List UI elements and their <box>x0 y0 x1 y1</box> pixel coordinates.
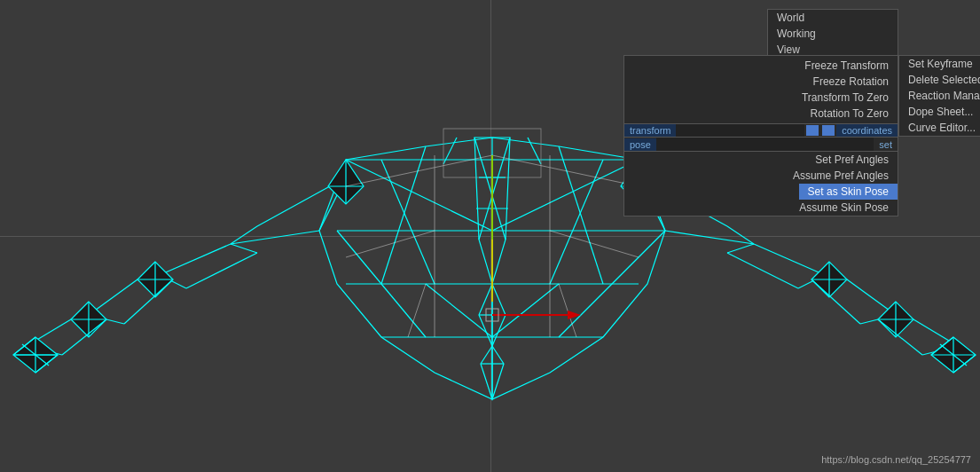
dope-sheet-btn[interactable]: Dope Sheet... <box>899 104 980 120</box>
watermark: https://blog.csdn.net/qq_25254777 <box>821 454 971 465</box>
svg-line-14 <box>426 284 492 337</box>
rotation-to-zero-btn[interactable]: Rotation To Zero <box>802 106 898 122</box>
svg-line-13 <box>550 160 603 284</box>
svg-line-39 <box>231 244 257 253</box>
set-as-skin-pose-btn[interactable]: Set as Skin Pose <box>799 184 898 200</box>
reaction-manager-btn[interactable]: Reaction Manager... <box>899 88 980 104</box>
svg-line-7 <box>492 160 639 231</box>
svg-line-12 <box>381 160 435 284</box>
svg-line-6 <box>346 160 492 231</box>
assume-skin-pose-btn[interactable]: Assume Skin Pose <box>790 200 898 216</box>
svg-line-31 <box>231 231 319 244</box>
transform-label: transform <box>624 124 676 137</box>
transform-blue-box1 <box>806 125 819 136</box>
freeze-transform-btn[interactable]: Freeze Transform <box>796 58 898 74</box>
svg-line-68 <box>754 244 825 275</box>
svg-line-62 <box>665 231 754 244</box>
curve-editor-btn[interactable]: Curve Editor... <box>899 120 980 136</box>
delete-selected-animation-btn[interactable]: Delete Selected Animation <box>899 72 980 88</box>
set-pref-angles-btn[interactable]: Set Pref Angles <box>806 152 898 168</box>
svg-line-96 <box>408 284 426 337</box>
transform-to-zero-btn[interactable]: Transform To Zero <box>793 90 898 106</box>
svg-line-15 <box>492 284 559 337</box>
assume-pref-angles-btn[interactable]: Assume Pref Angles <box>784 168 898 184</box>
set-label: set <box>874 138 898 151</box>
svg-line-37 <box>160 244 231 275</box>
viewport: World Working View Screen Parent Local A… <box>0 0 980 472</box>
svg-line-33 <box>231 226 257 244</box>
coord-world[interactable]: World <box>768 10 898 26</box>
svg-marker-101 <box>568 311 581 319</box>
svg-line-64 <box>727 226 754 244</box>
svg-line-9 <box>559 146 603 284</box>
set-keyframe-btn[interactable]: Set Keyframe <box>899 56 980 72</box>
transform-blue-box2 <box>822 125 835 136</box>
svg-line-8 <box>381 146 426 284</box>
pose-label: pose <box>624 138 656 151</box>
action-menu: Set Keyframe Delete Selected Animation R… <box>898 55 980 137</box>
right-toolbar-area: Freeze Transform Freeze Rotation Transfo… <box>623 55 898 216</box>
coordinates-label: coordinates <box>836 124 898 137</box>
svg-line-70 <box>727 244 754 253</box>
freeze-rotation-btn[interactable]: Freeze Rotation <box>804 74 898 90</box>
coord-working[interactable]: Working <box>768 26 898 42</box>
